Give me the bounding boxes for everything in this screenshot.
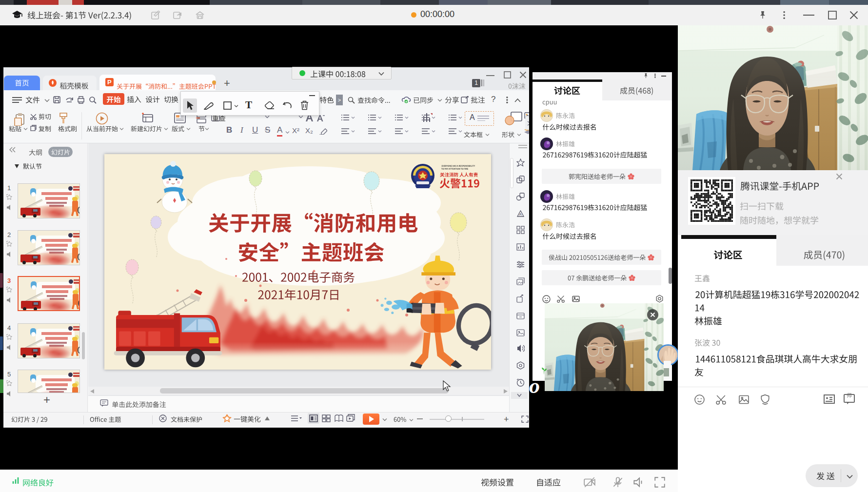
svg-text:A: A <box>519 212 522 216</box>
